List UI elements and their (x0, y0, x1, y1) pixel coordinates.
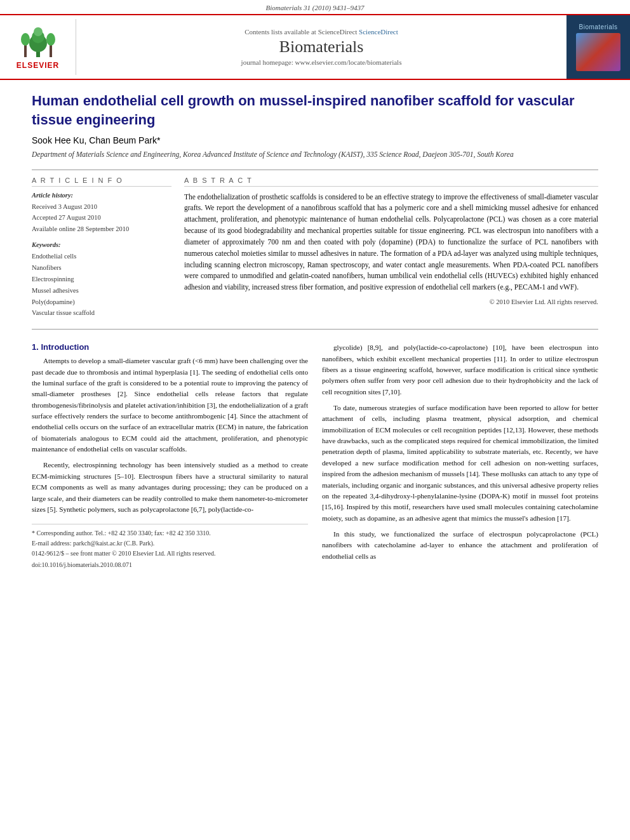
article-info-heading: A R T I C L E I N F O (32, 177, 171, 187)
svg-point-7 (46, 33, 55, 46)
body-left-column: 1. Introduction Attempts to develop a sm… (32, 342, 308, 568)
intro-body-text: Attempts to develop a small-diameter vas… (32, 356, 308, 515)
journal-header: ELSEVIER Contents lists available at Sci… (0, 14, 630, 80)
affiliation: Department of Materials Science and Engi… (32, 149, 598, 160)
header-center: Contents lists available at ScienceDirec… (76, 23, 566, 71)
authors: Sook Hee Ku, Chan Beum Park* (32, 135, 598, 145)
body-section: 1. Introduction Attempts to develop a sm… (32, 342, 598, 568)
biomaterials-logo-box: Biomaterials (566, 15, 630, 79)
journal-title: Biomaterials (83, 37, 560, 57)
biomaterials-logo-image (576, 33, 620, 71)
sciencedirect-line: Contents lists available at ScienceDirec… (83, 28, 560, 36)
footnote-doi: doi:10.1016/j.biomaterials.2010.08.071 (32, 561, 308, 568)
footnote-email: E-mail address: parkch@kaist.ac.kr (C.B.… (32, 538, 308, 549)
main-content: Human endothelial cell growth on mussel-… (0, 80, 630, 581)
elsevier-logo: ELSEVIER (0, 19, 76, 75)
intro-section-title: 1. Introduction (32, 342, 308, 352)
keyword-6: Vascular tissue scaffold (32, 307, 171, 319)
body-right-column: glycolide) [8,9], and poly(lactide-co-ca… (322, 342, 598, 568)
elsevier-label: ELSEVIER (17, 61, 59, 70)
copyright-line: © 2010 Elsevier Ltd. All rights reserved… (184, 297, 598, 307)
abstract-heading: A B S T R A C T (184, 177, 598, 187)
keyword-5: Poly(dopamine) (32, 297, 171, 308)
abstract-column: A B S T R A C T The endothelialization o… (184, 177, 598, 319)
history-available: Available online 28 September 2010 (32, 223, 171, 235)
journal-homepage: journal homepage: www.elsevier.com/locat… (83, 58, 560, 66)
svg-point-6 (21, 33, 30, 46)
keywords-section: Keywords: Endothelial cells Nanofibers E… (32, 241, 171, 319)
keyword-1: Endothelial cells (32, 251, 171, 262)
right-body-text: glycolide) [8,9], and poly(lactide-co-ca… (322, 342, 598, 562)
article-info-column: A R T I C L E I N F O Article history: R… (32, 177, 171, 319)
keyword-2: Nanofibers (32, 262, 171, 274)
footnote-copyright: 0142-9612/$ – see front matter © 2010 El… (32, 549, 308, 559)
keyword-4: Mussel adhesives (32, 285, 171, 297)
paper-title: Human endothelial cell growth on mussel-… (32, 91, 598, 129)
abstract-text: The endothelialization of prosthetic sca… (184, 192, 598, 308)
history-label: Article history: (32, 192, 171, 199)
divider-2 (32, 329, 598, 330)
divider-1 (32, 170, 598, 170)
biomaterials-logo-label: Biomaterials (579, 23, 617, 30)
sciencedirect-link[interactable]: ScienceDirect (359, 28, 398, 36)
article-info-abstract: A R T I C L E I N F O Article history: R… (32, 177, 598, 319)
keywords-label: Keywords: (32, 241, 171, 248)
svg-point-3 (34, 27, 43, 36)
footnote-section: * Corresponding author. Tel.: +82 42 350… (32, 524, 308, 568)
history-accepted: Accepted 27 August 2010 (32, 212, 171, 223)
footnote-corresponding: * Corresponding author. Tel.: +82 42 350… (32, 528, 308, 538)
journal-reference: Biomaterials 31 (2010) 9431–9437 (0, 0, 630, 14)
keyword-3: Electrospinning (32, 274, 171, 285)
history-received: Received 3 August 2010 (32, 201, 171, 213)
